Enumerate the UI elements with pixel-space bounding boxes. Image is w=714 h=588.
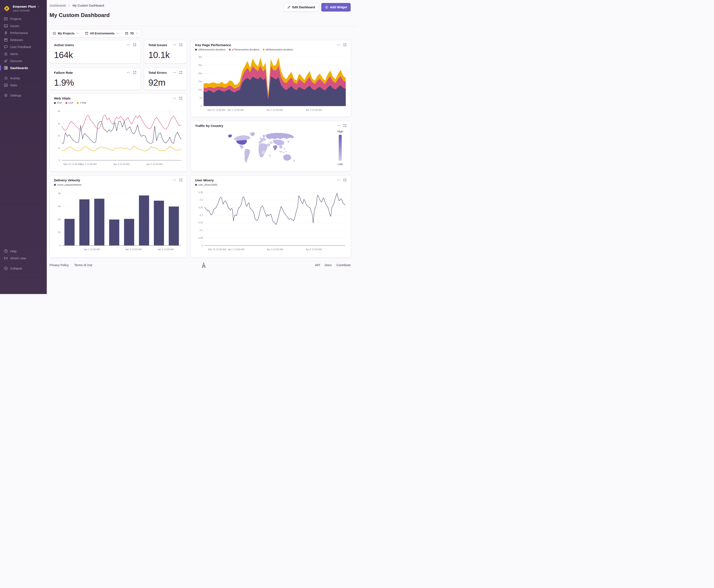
user-feedback-icon xyxy=(4,45,8,49)
chart-legend: FCP LCP TTFB xyxy=(54,102,182,104)
svg-text:Apr 5 12:00 AM: Apr 5 12:00 AM xyxy=(146,163,163,165)
sidebar: Empower Plant Jane Schmidt Projects Issu… xyxy=(0,0,47,294)
ellipsis-icon[interactable] xyxy=(337,124,340,127)
date-range-filter[interactable]: 7D xyxy=(122,29,141,37)
stat-value: 1.9% xyxy=(54,78,136,88)
sidebar-item-alerts[interactable]: Alerts xyxy=(0,50,47,57)
expand-icon[interactable] xyxy=(343,178,347,182)
ellipsis-icon[interactable] xyxy=(127,71,130,74)
svg-text:0.2: 0.2 xyxy=(200,214,203,216)
legend-dot xyxy=(54,102,56,104)
map-legend-low: Low xyxy=(338,163,343,166)
sidebar-item-stats[interactable]: Stats xyxy=(0,82,47,89)
add-widget-button[interactable]: Add Widget xyxy=(321,3,351,12)
sidebar-item-projects[interactable]: Projects xyxy=(0,15,47,22)
svg-text:80: 80 xyxy=(58,192,61,195)
svg-text:15s: 15s xyxy=(198,80,202,83)
ellipsis-icon[interactable] xyxy=(173,71,176,74)
releases-icon xyxy=(4,38,8,42)
svg-text:0.1: 0.1 xyxy=(200,229,203,231)
projects-filter-label: My Projects xyxy=(58,32,74,35)
legend-dot xyxy=(195,49,197,50)
widget-delivery-velocity: Delivery Velocity count_unique(release) … xyxy=(49,175,187,258)
expand-icon[interactable] xyxy=(179,43,182,46)
sidebar-item-label: Help xyxy=(10,250,17,253)
privacy-policy-link[interactable]: Privacy Policy xyxy=(49,264,69,267)
environments-filter[interactable]: All Environments xyxy=(82,29,122,37)
sidebar-item-user-feedback[interactable]: User Feedback xyxy=(0,43,47,50)
svg-text:Apr 1 12:00 AM: Apr 1 12:00 AM xyxy=(81,163,97,165)
legend-dot xyxy=(263,49,264,50)
org-logo-icon xyxy=(3,5,10,12)
svg-text:0: 0 xyxy=(59,244,61,247)
sidebar-item-releases[interactable]: Releases xyxy=(0,36,47,43)
svg-text:20s: 20s xyxy=(198,72,202,75)
svg-text:Mar 31 12:00 AM: Mar 31 12:00 AM xyxy=(208,248,226,251)
legend-label: FCP xyxy=(57,102,62,104)
breadcrumb-dashboards-link[interactable]: Dashboards xyxy=(49,4,66,7)
svg-text:0.15: 0.15 xyxy=(198,221,203,224)
activity-icon xyxy=(4,76,8,80)
sidebar-item-activity[interactable]: Activity xyxy=(0,75,47,82)
sidebar-item-settings[interactable]: Settings xyxy=(0,92,47,99)
expand-icon[interactable] xyxy=(179,178,182,182)
calendar-icon xyxy=(125,32,128,35)
expand-icon[interactable] xyxy=(179,97,182,100)
sidebar-item-help[interactable]: Help xyxy=(0,248,47,255)
expand-icon[interactable] xyxy=(179,71,182,74)
sidebar-item-discover[interactable]: Discover xyxy=(0,57,47,64)
expand-icon[interactable] xyxy=(343,124,347,127)
projects-filter[interactable]: My Projects xyxy=(50,29,82,37)
delivery-velocity-chart: 020406080Apr 1 12:00 AMApr 3 12:00 AMApr… xyxy=(54,187,183,254)
ellipsis-icon[interactable] xyxy=(337,178,340,182)
expand-icon[interactable] xyxy=(133,43,136,46)
sidebar-item-label: Collapse xyxy=(10,267,22,270)
legend-label: p75(transaction.duration) xyxy=(232,48,259,51)
legend-dot xyxy=(54,184,56,186)
choropleth-map xyxy=(220,128,302,166)
edit-dashboard-label: Edit Dashboard xyxy=(292,5,315,9)
ellipsis-icon[interactable] xyxy=(127,43,130,46)
widget-title: Failure Rate xyxy=(54,71,73,75)
svg-text:Apr 3 12:00 AM: Apr 3 12:00 AM xyxy=(113,163,130,165)
svg-text:Apr 5 12:00 AM: Apr 5 12:00 AM xyxy=(158,248,174,251)
ellipsis-icon[interactable] xyxy=(337,43,340,46)
ellipsis-icon[interactable] xyxy=(173,43,176,46)
svg-text:30s: 30s xyxy=(198,56,202,58)
sidebar-item-performance[interactable]: Performance xyxy=(0,29,47,36)
sidebar-item-dashboards[interactable]: Dashboards xyxy=(0,64,47,71)
widget-grid: Active Users 164k Total Issues xyxy=(49,40,351,258)
sidebar-item-label: Dashboards xyxy=(10,66,28,70)
chevron-down-icon xyxy=(37,5,40,8)
svg-text:Apr 3 12:00 AM: Apr 3 12:00 AM xyxy=(267,248,283,251)
edit-dashboard-button[interactable]: Edit Dashboard xyxy=(283,3,319,12)
widget-title: User Misery xyxy=(195,178,214,182)
sidebar-bottom: Help What's new Collapse xyxy=(0,248,47,294)
terms-of-use-link[interactable]: Terms of Use xyxy=(74,264,92,267)
ellipsis-icon[interactable] xyxy=(173,97,176,100)
sidebar-item-label: Stats xyxy=(10,84,17,87)
sidebar-item-collapse[interactable]: Collapse xyxy=(0,265,47,272)
widget-total-errors: Total Errors 92m xyxy=(144,68,187,90)
user-name: Jane Schmidt xyxy=(13,9,40,12)
org-name: Empower Plant xyxy=(13,5,36,8)
svg-text:Apr 1 12:00 AM: Apr 1 12:00 AM xyxy=(228,248,244,251)
sidebar-item-issues[interactable]: Issues xyxy=(0,22,47,29)
sidebar-item-whats-new[interactable]: What's new xyxy=(0,255,47,262)
svg-text:20: 20 xyxy=(58,231,61,234)
svg-text:0: 0 xyxy=(202,244,203,247)
sentry-logo-icon xyxy=(201,262,207,268)
api-link[interactable]: API xyxy=(315,264,320,267)
expand-icon[interactable] xyxy=(133,71,136,74)
org-switcher[interactable]: Empower Plant Jane Schmidt xyxy=(0,3,47,15)
web-vitals-chart: 01s2s3s4sMar 31 12:00 AMApr 1 12:00 AMAp… xyxy=(54,105,183,168)
contribute-link[interactable]: Contribute xyxy=(337,264,351,267)
ellipsis-icon[interactable] xyxy=(173,178,176,182)
svg-text:0: 0 xyxy=(201,105,202,107)
expand-icon[interactable] xyxy=(343,43,347,46)
legend-dot xyxy=(77,102,79,104)
docs-link[interactable]: Docs xyxy=(325,264,332,267)
svg-text:1s: 1s xyxy=(58,147,60,149)
chart-legend: user_misery(300) xyxy=(195,184,347,186)
legend-label: p95(transaction.duration) xyxy=(198,48,225,51)
